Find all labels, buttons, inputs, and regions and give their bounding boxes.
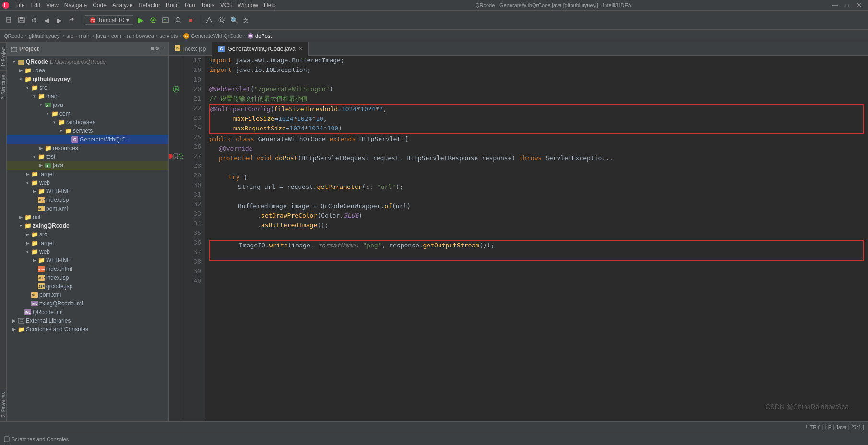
stop-btn[interactable]: ■: [185, 15, 196, 25]
tab-close-btn[interactable]: ✕: [298, 46, 302, 51]
tree-item-src[interactable]: ▾ 📁 src: [7, 83, 168, 92]
back-btn[interactable]: ◀: [41, 15, 52, 25]
tab-indexjsp[interactable]: JS index.jsp: [169, 42, 212, 56]
tree-item-src2[interactable]: ▶ 📁 src: [7, 230, 168, 239]
breadcrumb-rainbowsea[interactable]: rainbowsea: [127, 33, 154, 39]
svg-text:J: J: [46, 104, 48, 108]
tree-item-test[interactable]: ▾ 📁 test: [7, 152, 168, 161]
run-btn[interactable]: ▶: [135, 15, 146, 25]
structure-panel-label[interactable]: 2: Structure: [0, 70, 6, 104]
menu-navigate[interactable]: Navigate: [61, 1, 90, 10]
profile-btn[interactable]: [173, 15, 183, 25]
breadcrumb-method-icon: m: [248, 33, 253, 39]
tomcat-selector[interactable]: TC Tomcat 10 ▾: [85, 15, 133, 25]
tree-item-out[interactable]: ▶ 📁 out: [7, 213, 168, 222]
breadcrumb-java[interactable]: java: [96, 33, 106, 39]
tree-item-servlets[interactable]: ▾ 📁 servlets: [7, 127, 168, 135]
bookmark-icon[interactable]: [173, 153, 178, 160]
build-btn[interactable]: [204, 15, 214, 25]
minimize-btn[interactable]: ─: [828, 1, 841, 10]
tree-item-qrcodeiml[interactable]: ▶ IML QRcode.iml: [7, 308, 168, 316]
translate-btn[interactable]: 文: [241, 15, 252, 25]
breadcrumb-src[interactable]: src: [66, 33, 73, 39]
favorites-panel-label[interactable]: 2: Favorites: [0, 388, 6, 421]
tree-item-indexjsp[interactable]: ▶ JSP index.jsp: [7, 196, 168, 204]
breakpoint-icon[interactable]: [169, 153, 173, 160]
forward-btn[interactable]: ▶: [54, 15, 64, 25]
tree-item-qrcode[interactable]: ▾ QRcode E:\Java\project\QRcode: [7, 58, 168, 66]
tree-item-com[interactable]: ▾ 📁 com: [7, 109, 168, 118]
tree-label: pom.xml: [39, 292, 61, 298]
gutter-26: [169, 142, 183, 152]
file-icon[interactable]: [4, 15, 14, 25]
menu-tools[interactable]: Tools: [198, 1, 217, 10]
bottom-bar[interactable]: Scratches and Consoles: [0, 433, 868, 445]
tree-item-java-test[interactable]: ▶ J java: [7, 161, 168, 170]
folder-icon: 📁: [24, 213, 32, 221]
breadcrumb-generatewithqrcode[interactable]: GenerateWithQrCode: [191, 33, 242, 39]
coverage-btn[interactable]: [160, 15, 171, 25]
menu-code[interactable]: Code: [90, 1, 109, 10]
tree-item-target[interactable]: ▶ 📁 target: [7, 170, 168, 178]
tree-item-pomxml[interactable]: ▶ M pom.xml: [7, 204, 168, 213]
gutter-34: [169, 219, 183, 228]
tree-item-target2[interactable]: ▶ 📁 target: [7, 239, 168, 247]
tree-item-rainbowsea[interactable]: ▾ 📁 rainbowsea: [7, 118, 168, 127]
tab-generatewithjava[interactable]: C GenerateWithQrCode.java ✕: [212, 42, 308, 56]
code-box: ImageIO.write(image, formatName: "png", …: [209, 240, 864, 261]
menu-window[interactable]: Window: [235, 1, 261, 10]
menu-refactor[interactable]: Refactor: [136, 1, 163, 10]
code-line-22: @MultipartConfig(fileSizeThreshold = 102…: [210, 105, 863, 114]
save-btn[interactable]: [16, 15, 27, 25]
menu-help[interactable]: Help: [261, 1, 279, 10]
collapse-icon[interactable]: ─: [160, 46, 165, 52]
close-btn[interactable]: ✕: [853, 1, 866, 9]
settings-btn[interactable]: [216, 15, 227, 25]
code-line-36: ImageIO.write(image, formatName: "png", …: [210, 241, 863, 250]
menu-build[interactable]: Build: [163, 1, 182, 10]
tree-item-qrcodejsp[interactable]: ▶ JSP qrcode.jsp: [7, 282, 168, 291]
tree-item-java[interactable]: ▾ J java: [7, 101, 168, 109]
breadcrumb-com[interactable]: com: [111, 33, 121, 39]
tree-item-indexjsp2[interactable]: ▶ JSP index.jsp: [7, 273, 168, 282]
maximize-btn[interactable]: □: [842, 2, 853, 9]
breadcrumb-github[interactable]: githubliuyueyi: [29, 33, 61, 39]
tree-item-scratches[interactable]: ▶ 📁 Scratches and Consoles: [7, 325, 168, 334]
breadcrumb-main[interactable]: main: [79, 33, 91, 39]
tree-item-idea[interactable]: ▶ 📁 .idea: [7, 66, 168, 75]
tree-item-githubliuyueyi[interactable]: ▾ 📁 githubliuyueyi: [7, 75, 168, 83]
tree-item-zxingqrcode[interactable]: ▾ 📁 zxingQRcode: [7, 222, 168, 230]
code-line-40: [209, 280, 864, 290]
tree-item-main[interactable]: ▾ 📁 main: [7, 92, 168, 101]
breadcrumb-qrcode[interactable]: QRcode: [4, 33, 23, 39]
tree-item-resources[interactable]: ▶ 📁 resources: [7, 144, 168, 152]
search-btn[interactable]: 🔍: [229, 15, 239, 25]
refresh-btn[interactable]: ↺: [29, 15, 39, 25]
tree-item-zxingiml[interactable]: ▶ IML zxingQRcode.iml: [7, 299, 168, 308]
menu-analyze[interactable]: Analyze: [109, 1, 136, 10]
breadcrumb-dopost[interactable]: doPost: [255, 33, 272, 39]
tree-item-pomxml2[interactable]: ▶ M pom.xml: [7, 291, 168, 299]
project-panel-header: Project ⊕ ⚙ ─: [7, 42, 168, 56]
undo-btn[interactable]: [66, 15, 77, 25]
tree-item-indexhtml[interactable]: ▶ HTML index.html: [7, 265, 168, 273]
project-panel-label[interactable]: 1: Project: [0, 42, 6, 70]
breadcrumb-servlets[interactable]: servlets: [159, 33, 178, 39]
tree-item-webinf[interactable]: ▶ 📁 WEB-INF: [7, 187, 168, 196]
menu-run[interactable]: Run: [182, 1, 198, 10]
tree-item-web[interactable]: ▾ 📁 web: [7, 178, 168, 187]
code-editor[interactable]: import java.awt.image.BufferedImage; imp…: [205, 56, 868, 421]
menu-vcs[interactable]: VCS: [217, 1, 235, 10]
menu-file[interactable]: File: [12, 1, 27, 10]
add-content-icon[interactable]: ⊕: [150, 46, 154, 51]
menu-edit[interactable]: Edit: [27, 1, 43, 10]
tree-item-webinf2[interactable]: ▶ 📁 WEB-INF: [7, 256, 168, 265]
tree-item-generatewithqrcode[interactable]: ▶ C GenerateWithQrC...: [7, 135, 168, 144]
debug-btn[interactable]: [148, 15, 158, 25]
menu-view[interactable]: View: [43, 1, 61, 10]
tree-item-web2[interactable]: ▾ 📁 web: [7, 247, 168, 256]
run-gutter-icon[interactable]: [173, 86, 179, 93]
tree-item-extlibs[interactable]: ▶ External Libraries: [7, 316, 168, 325]
settings-icon[interactable]: ⚙: [155, 46, 159, 51]
gutter-36: [169, 238, 183, 247]
